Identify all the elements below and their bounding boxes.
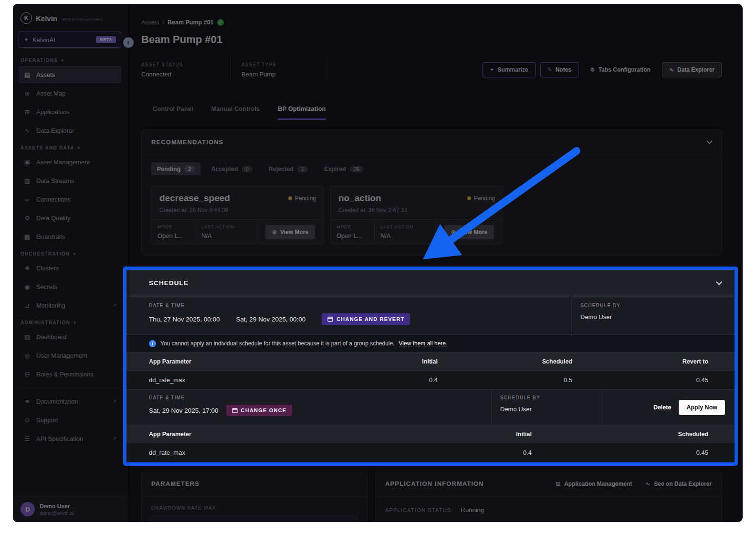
- sidebar-item-applications[interactable]: ⊞ Applications: [19, 103, 121, 120]
- page-content: RECOMMENDATIONS Pending 2 Accepted 0 Rej…: [127, 120, 743, 522]
- sidebar-item-secrets[interactable]: ◉ Secrets: [19, 278, 121, 295]
- schedule-block-2: DATE & TIME Sat, 29 Nov 2025, 17:00 CHAN…: [126, 389, 735, 425]
- notes-button[interactable]: ✎ Notes: [540, 62, 578, 77]
- sidebar-section-orchestration[interactable]: ORCHESTRATION ∨: [21, 251, 119, 257]
- data-explorer-button[interactable]: ∿ Data Explorer: [662, 62, 722, 77]
- filter-label: Accepted: [211, 166, 238, 172]
- change-and-revert-label: CHANGE AND REVERT: [336, 316, 404, 322]
- filter-pending[interactable]: Pending 2: [151, 162, 200, 175]
- apply-now-button[interactable]: Apply Now: [679, 400, 725, 415]
- chevron-down-icon: ∨: [73, 321, 77, 325]
- filter-label: Pending: [157, 166, 180, 172]
- recommendations-header: RECOMMENDATIONS: [142, 129, 721, 155]
- schedule-by-label: SCHEDULE BY: [580, 303, 735, 308]
- sidebar-item-roles-permissions[interactable]: ⊟ Roles & Permissions: [19, 365, 121, 383]
- last-action-label: LAST ACTION: [201, 225, 251, 229]
- filter-count: 2: [184, 166, 195, 172]
- last-action-cell: LAST ACTION N/A: [196, 220, 257, 244]
- tabs-configuration-button[interactable]: ⚙ Tabs Configuration: [583, 62, 657, 77]
- see-on-data-explorer-button[interactable]: ∿ See on Data Explorer: [645, 481, 712, 487]
- roles-icon: ⊟: [23, 371, 31, 378]
- section-label: ORCHESTRATION: [21, 251, 70, 257]
- filter-label: Rejected: [269, 166, 294, 172]
- sidebar-section-administration[interactable]: ADMINISTRATION ∨: [21, 320, 119, 325]
- filter-rejected[interactable]: Rejected 1: [263, 162, 314, 175]
- col-scheduled: Scheduled: [532, 431, 708, 438]
- sidebar-item-guardrails[interactable]: ▦ Guardrails: [19, 228, 121, 245]
- sidebar-item-dashboard[interactable]: ▧ Dashboard: [19, 328, 121, 345]
- view-them-all-link[interactable]: View them all here.: [399, 340, 448, 347]
- sidebar-item-label: Asset Map: [36, 90, 65, 97]
- page-header: Assets / Beam Pump #01 ✓ Beam Pump #01 A…: [127, 4, 743, 120]
- filter-count: 26: [350, 166, 363, 172]
- environment-label: BETA Environment (DEV): [62, 17, 103, 21]
- pending-dot-icon: [467, 196, 471, 200]
- sidebar-item-user-management[interactable]: ◎ User Management: [19, 347, 121, 364]
- kelvinai-button[interactable]: ✦ KelvinAI BETA: [19, 32, 121, 48]
- chevron-down-icon[interactable]: [706, 138, 713, 144]
- sidebar-item-monitoring[interactable]: ⊿ Monitoring ↗: [19, 297, 121, 314]
- change-once-button[interactable]: CHANGE ONCE: [226, 405, 293, 416]
- recommendations-panel: RECOMMENDATIONS Pending 2 Accepted 0 Rej…: [141, 129, 722, 256]
- sidebar-item-data-explorer[interactable]: ∿ Data Explorer: [19, 122, 121, 139]
- view-more-button[interactable]: ⊙ View More: [444, 225, 494, 239]
- application-status-label: APPLICATION STATUS:: [385, 507, 453, 513]
- assets-icon: ▤: [23, 71, 31, 78]
- sidebar-item-api-specification[interactable]: ☰ API Specification ↗: [19, 430, 121, 447]
- divider: [326, 57, 326, 82]
- summarize-button[interactable]: ✦ Summarize: [483, 62, 536, 77]
- delete-button[interactable]: Delete: [653, 404, 672, 411]
- application-status-value: Running: [461, 506, 484, 514]
- breadcrumb-assets-link[interactable]: Assets: [141, 19, 159, 26]
- mode-value: Open L...: [336, 232, 368, 239]
- sidebar-item-connections[interactable]: ∞ Connections: [19, 191, 121, 208]
- filter-accepted[interactable]: Accepted 0: [205, 162, 258, 175]
- connections-icon: ∞: [23, 196, 31, 203]
- gear-icon: ⚙: [23, 214, 31, 222]
- globe-icon: ⊕: [23, 90, 31, 97]
- sidebar-item-label: Documentation: [36, 398, 78, 405]
- view-more-button[interactable]: ⊙ View More: [265, 225, 315, 239]
- change-and-revert-button[interactable]: CHANGE AND REVERT: [322, 313, 410, 325]
- schedule-end-date: Sat, 29 Nov 2025, 00:00: [236, 316, 306, 323]
- sparkle-icon: ✦: [490, 66, 494, 73]
- col-initial: Initial: [388, 431, 532, 438]
- chevron-down-icon[interactable]: [716, 279, 722, 285]
- sidebar-item-documentation[interactable]: ≡ Documentation ↗: [19, 393, 121, 410]
- app-window: K Kelvin BETA Environment (DEV) ✦ Kelvin…: [13, 4, 743, 522]
- user-menu[interactable]: D Demo User demo@kelvin.ai: [13, 496, 127, 522]
- mode-cell: MODE Open L...: [331, 220, 375, 244]
- tab-bp-optimization[interactable]: BP Optimization: [278, 105, 326, 120]
- drawdown-rate-max-input[interactable]: [151, 515, 357, 522]
- sidebar-item-support[interactable]: ⊙ Support: [19, 411, 121, 428]
- page-title: Beam Pump #01: [141, 33, 722, 46]
- application-management-button[interactable]: ⊞ Application Management: [556, 481, 632, 487]
- tab-manual-controls[interactable]: Manual Controls: [211, 105, 260, 120]
- schedule-table-header: App Parameter Initial Scheduled: [126, 425, 735, 443]
- info-icon: i: [149, 340, 156, 347]
- schedule-start-date: Thu, 27 Nov 2025, 00:00: [149, 316, 220, 323]
- sidebar-item-data-streams[interactable]: ▥ Data Streams: [19, 172, 121, 189]
- sidebar-item-label: Data Explorer: [36, 127, 74, 134]
- sidebar-item-data-quality[interactable]: ⚙ Data Quality: [19, 209, 121, 226]
- sidebar-item-asset-management[interactable]: ▣ Asset Management: [19, 153, 121, 171]
- recommendation-title: no_action: [338, 193, 381, 203]
- beta-badge: BETA: [96, 36, 116, 43]
- monitoring-icon: ⊿: [23, 302, 31, 309]
- filter-count: 0: [242, 166, 252, 172]
- waveform-icon: ∿: [645, 481, 650, 487]
- filter-expired[interactable]: Expired 26: [318, 162, 369, 175]
- mode-cell: MODE Open L...: [152, 220, 196, 244]
- sidebar-item-assets[interactable]: ▤ Assets: [19, 66, 121, 83]
- header-actions: ✦ Summarize ✎ Notes ⚙ Tabs Configuration…: [483, 62, 722, 77]
- parameters-title: PARAMETERS: [151, 480, 200, 487]
- sidebar-section-operations[interactable]: OPERATIONS ∨: [21, 58, 119, 63]
- sidebar-collapse-button[interactable]: ‹: [123, 37, 134, 48]
- sidebar-section-assets-and-data[interactable]: ASSETS AND DATA ∨: [21, 145, 119, 150]
- tab-control-panel[interactable]: Control Panel: [153, 105, 193, 120]
- sidebar-item-clusters[interactable]: ❖ Clusters: [19, 259, 121, 277]
- user-name: Demo User: [40, 503, 74, 510]
- sidebar-item-asset-map[interactable]: ⊕ Asset Map: [19, 85, 121, 102]
- sidebar-nav: OPERATIONS ∨ ▤ Assets ⊕ Asset Map ⊞ Appl…: [13, 50, 127, 496]
- chevron-down-icon: ∨: [77, 146, 81, 150]
